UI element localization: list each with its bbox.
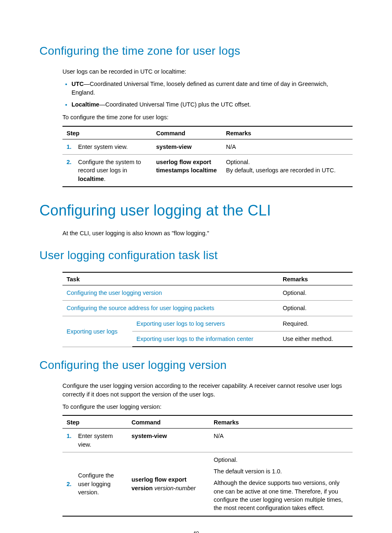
remark-line: Although the device supports two version… (214, 479, 348, 512)
section4-lead: To configure the user logging version: (62, 403, 353, 411)
heading-cli: Configuring user logging at the CLI (39, 202, 353, 219)
link-configure-source-address[interactable]: Configuring the source address for user … (67, 305, 214, 311)
bullet-utc-term: UTC (71, 81, 84, 87)
section2-intro: At the CLI, user logging is also known a… (62, 229, 353, 237)
step-number: 1. (62, 139, 74, 154)
table-row: Exporting user logs Exporting user logs … (62, 316, 353, 331)
section4-body: Configure the user logging version accor… (62, 382, 353, 516)
table-task-list: Task Remarks Configuring the user loggin… (62, 272, 353, 347)
step-command: userlog flow export timestamps localtime (156, 159, 217, 174)
task-remarks: Required. (279, 316, 353, 331)
step-number: 1. (62, 429, 74, 452)
table-row: 2. Configure the system to record user l… (62, 154, 353, 186)
table-row: 1. Enter system view. system-view N/A (62, 139, 353, 154)
table-row: Configuring the user logging version Opt… (62, 285, 353, 301)
remark-line: Optional. (226, 158, 348, 166)
remark-line: Optional. (214, 456, 348, 464)
bullet-localtime-desc: —Coordinated Universal Time (UTC) plus t… (99, 101, 251, 108)
link-export-information-center[interactable]: Exporting user logs to the information c… (136, 336, 254, 342)
th-remarks: Remarks (222, 126, 353, 139)
step-desc: Configure the user logging version. (74, 452, 127, 516)
step-remarks: N/A (210, 429, 353, 452)
section1-intro: User logs can be recorded in UTC or loca… (62, 67, 353, 76)
step-number: 2. (62, 154, 74, 186)
th-step: Step (62, 126, 152, 139)
step-desc: Enter system view. (74, 139, 152, 154)
link-export-log-servers[interactable]: Exporting user logs to log servers (136, 320, 225, 327)
table-row: 1. Enter system view. system-view N/A (62, 429, 353, 452)
section1-body: User logs can be recorded in UTC or loca… (62, 67, 353, 187)
th-task: Task (62, 272, 279, 285)
bullet-localtime: Localtime—Coordinated Universal Time (UT… (71, 100, 353, 109)
remark-line: By default, userlogs are recorded in UTC… (226, 166, 348, 174)
section3-body: Task Remarks Configuring the user loggin… (62, 272, 353, 347)
step-remarks: Optional. The default version is 1.0. Al… (210, 452, 353, 516)
bullet-list-timezone: UTC—Coordinated Universal Time, loosely … (62, 80, 353, 109)
step-command: system-view (131, 433, 167, 439)
section1-lead: To configure the time zone for user logs… (62, 113, 353, 121)
step-number: 2. (62, 452, 74, 516)
bullet-utc: UTC—Coordinated Universal Time, loosely … (71, 80, 353, 97)
th-remarks: Remarks (210, 415, 353, 429)
step-remarks: Optional. By default, userlogs are recor… (222, 154, 353, 186)
heading-timezone: Configuring the time zone for user logs (39, 44, 353, 58)
link-configure-version[interactable]: Configuring the user logging version (67, 290, 162, 296)
step-remarks: N/A (222, 139, 353, 154)
step-desc-bold: localtime (78, 176, 104, 182)
link-exporting-user-logs[interactable]: Exporting user logs (67, 328, 118, 335)
task-remarks: Optional. (279, 285, 353, 301)
table-row: Configuring the source address for user … (62, 301, 353, 316)
document-page: Configuring the time zone for user logs … (0, 0, 392, 533)
section2-body: At the CLI, user logging is also known a… (62, 229, 353, 237)
step-desc: Configure the system to record user logs… (74, 154, 152, 186)
heading-version: Configuring the user logging version (39, 359, 353, 372)
step-desc-text: . (104, 176, 106, 182)
page-number: 40 (0, 530, 392, 533)
task-remarks: Use either method. (279, 331, 353, 347)
th-step: Step (62, 415, 127, 429)
step-command-cell: userlog flow export version version-numb… (127, 452, 210, 516)
step-desc-text: Configure the system to record user logs… (78, 159, 141, 174)
remark-line: The default version is 1.0. (214, 467, 348, 475)
th-command: Command (127, 415, 210, 429)
table-version-steps: Step Command Remarks 1. Enter system vie… (62, 415, 353, 516)
th-remarks: Remarks (279, 272, 353, 285)
section4-intro: Configure the user logging version accor… (62, 382, 353, 399)
heading-tasklist: User logging configuration task list (39, 249, 353, 262)
bullet-localtime-term: Localtime (71, 101, 99, 108)
step-command: system-view (156, 144, 191, 150)
table-timezone-steps: Step Command Remarks 1. Enter system vie… (62, 126, 353, 187)
task-remarks: Optional. (279, 301, 353, 316)
step-command-italic: version-number (154, 485, 196, 491)
table-row: 2. Configure the user logging version. u… (62, 452, 353, 516)
bullet-utc-desc: —Coordinated Universal Time, loosely def… (71, 81, 328, 96)
th-command: Command (152, 126, 222, 139)
step-desc: Enter system view. (74, 429, 127, 452)
